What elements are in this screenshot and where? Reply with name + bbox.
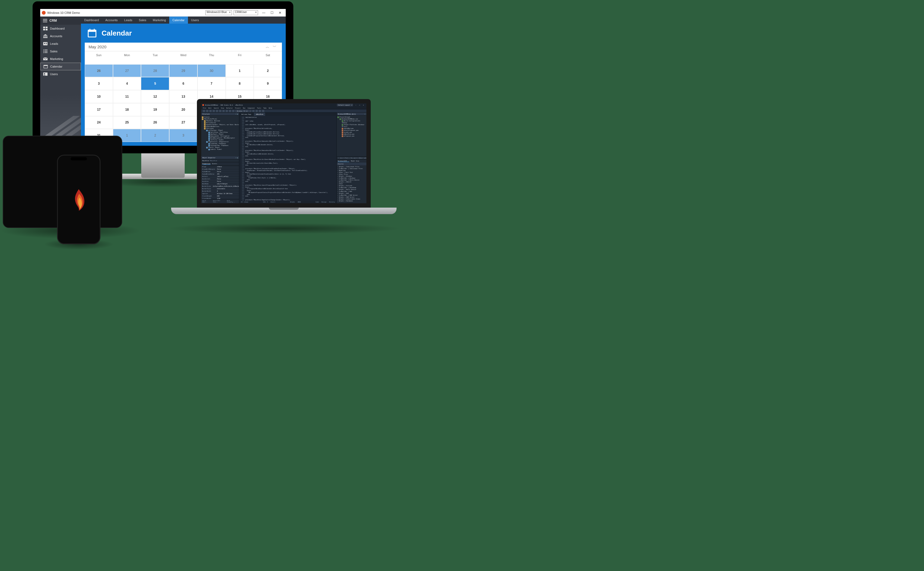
toolbar-button[interactable] [259,110,261,112]
menu-file[interactable]: File [203,107,206,109]
status-item[interactable]: Code [316,201,319,203]
toolbar-button[interactable] [206,110,208,112]
sidebar-item-calendar[interactable]: Calendar [40,63,81,70]
calendar-day[interactable]: 12 [141,90,169,103]
close-button[interactable]: ✕ [276,10,284,15]
palette-category[interactable]: Other | Unit Test [337,171,366,173]
structure-node[interactable]: NewLeadsSG: TStringGrid [202,135,238,137]
ide-close[interactable]: ✕ [362,104,365,106]
toolbar-button[interactable] [262,110,264,112]
inspector-link[interactable]: Quick Edit... [202,200,211,203]
sidebar-item-dashboard[interactable]: Dashboard [40,25,81,32]
structure-node[interactable]: lblTitle: TLabel [202,139,238,141]
structure-node[interactable]: SplitView: TSplitView [202,131,238,133]
menu-search[interactable]: Search [214,107,219,109]
panel-close-icon[interactable]: × [364,113,365,115]
calendar-day[interactable]: 25 [113,116,141,129]
menu-project[interactable]: Project [235,107,241,109]
toolbar-button[interactable] [219,110,221,112]
menu-component[interactable]: Component [248,107,255,109]
tab-calendar[interactable]: Calendar [169,17,188,24]
project-view-tab[interactable]: Windows10CR... [338,160,349,162]
calendar-day[interactable]: 6 [169,77,197,90]
calendar-day[interactable]: 5 [141,77,169,90]
structure-node[interactable]: pnlToolbar: TPanel [202,130,238,131]
inspector-row[interactable]: AlphaBlendFalse [201,170,239,173]
palette-category[interactable]: Other Files [337,173,366,175]
object-inspector[interactable]: AlignalNoneAlignWithMarginsFalseAlphaBle… [201,165,239,199]
structure-node[interactable]: TMainForm(TForm) [202,118,238,120]
tab-accounts[interactable]: Accounts [102,17,121,24]
prev-month-button[interactable]: ︿ [264,45,271,49]
calendar-day[interactable]: 18 [113,103,141,116]
palette-category[interactable]: Modeling [337,170,366,171]
sidebar-item-leads[interactable]: Leads [40,40,81,48]
calendar-day[interactable]: 1 [226,64,254,77]
code-editor[interactable]: 246 247 248 249 250 251 252 253 254 255 … [239,116,336,201]
structure-node[interactable]: Panel2: TPanel [202,147,238,148]
palette-category[interactable]: C++Builder | Windows [337,177,366,179]
project-node[interactable]: uProposal.pas [337,135,366,137]
structure-tree[interactable]: ClassesTMainForm(TForm)FRanOnce: Boolean… [201,116,239,156]
menu-edit[interactable]: Edit [208,107,212,109]
structure-node[interactable]: Classes [202,116,238,118]
palette-category[interactable]: C++Builder | RAD Server [337,194,366,196]
project-tree[interactable]: ProjectGroup1Windows10CRMDemo.exeBuild C… [337,116,367,156]
status-item[interactable]: History [329,201,335,203]
calendar-day[interactable]: 29 [169,64,197,77]
target-combo[interactable]: Windows 32-bit [235,110,251,112]
palette-category[interactable]: C++Builder | Multi-Device [337,179,366,181]
inspector-tab-events[interactable]: Events [212,163,217,165]
toolbar-button[interactable] [223,110,224,112]
inspector-row[interactable]: AutoScrollFalse [201,178,239,180]
project-view-tab[interactable]: Model View [351,160,359,162]
ide-maximize[interactable]: ☐ [358,104,362,106]
menu-help[interactable]: Help [269,107,272,109]
palette-category[interactable]: Delphi | Multi-Device [337,188,366,190]
editor-tab[interactable]: uMainForm [254,113,266,116]
inspector-row[interactable]: AlignWithMarginsFalse [201,168,239,170]
structure-node[interactable]: CalendarTab: TTabSheet [202,145,238,147]
calendar-day[interactable]: 10 [85,90,113,103]
calendar-day[interactable]: 24 [85,116,113,129]
user-combo[interactable]: CRMUser [234,10,258,15]
tab-dashboard[interactable]: Dashboard [81,17,102,24]
project-node[interactable]: uDraftProposal.pas [337,130,366,131]
inspector-subject[interactable]: MainForm TMainForm [201,159,239,162]
tab-marketing[interactable]: Marketing [150,17,169,24]
structure-node[interactable]: Published [202,128,238,130]
status-item[interactable]: Design [322,201,327,203]
maximize-button[interactable]: ☐ [268,10,276,15]
palette-category[interactable]: Delphi | Database [337,200,366,202]
project-node[interactable]: Windows10CRMDemo.exe [337,118,366,120]
calendar-day[interactable]: 26 [141,116,169,129]
tool-palette[interactable]: Delphi | Individual FilesC++Builder | In… [337,165,367,203]
sidebar-item-sales[interactable]: Sales [40,48,81,55]
panel-close-icon[interactable]: × ◧ [235,157,238,159]
tab-sales[interactable]: Sales [136,17,150,24]
calendar-day[interactable]: 2 [141,129,169,142]
calendar-day[interactable]: 11 [113,90,141,103]
inspector-row[interactable]: Anchors[akLeft,akTop] [201,175,239,178]
menu-tabs[interactable]: Tabs [263,107,267,109]
calendar-day[interactable]: 7 [197,77,226,90]
inspector-row[interactable]: BiDiModebdLeftToRight [201,183,239,185]
tab-leads[interactable]: Leads [121,17,136,24]
inspector-row[interactable]: AlphaBlendValue255 [201,173,239,175]
toolbar-button[interactable] [255,110,258,112]
theme-combo[interactable]: Windows10 Blue [205,10,232,15]
sidebar-item-users[interactable]: Users [40,70,81,78]
inspector-row[interactable]: ClientHeight639 [201,195,239,197]
menu-view[interactable]: View [221,107,224,109]
calendar-day[interactable]: 17 [85,103,113,116]
palette-category[interactable]: C++Builder | DataSnap [337,187,366,188]
hamburger-icon[interactable] [43,19,47,22]
toolbar-button[interactable] [203,110,205,112]
project-node[interactable]: uDataMod.pas [337,128,366,130]
palette-category[interactable]: Other [337,183,366,185]
inspector-tab-properties[interactable]: Properties [202,163,210,165]
calendar-day[interactable]: 28 [141,64,169,77]
panel-close-icon[interactable]: × ◧ [235,113,238,115]
inspector-row[interactable]: BorderIcons[biSystemMenu,biMinimize,biMa… [201,185,239,188]
structure-node[interactable]: AppIdle(Sender: TObject; var Done: Boole… [202,124,238,126]
